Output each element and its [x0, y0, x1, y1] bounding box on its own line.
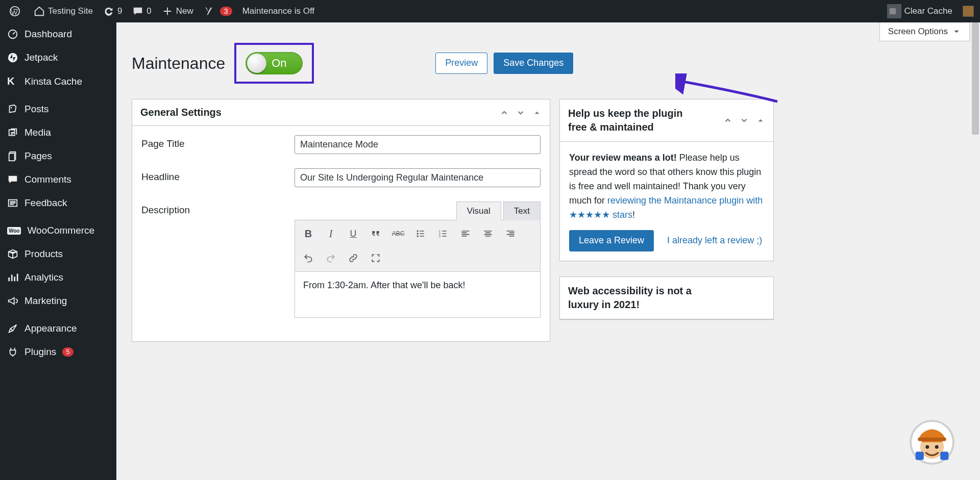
scrollbar[interactable] [971, 22, 980, 480]
ul-button[interactable] [410, 223, 431, 244]
sidebar-item-label: Pages [24, 150, 52, 162]
sidebar-item-media[interactable]: Media [0, 121, 116, 144]
panel-title: Web accessibility is not a luxury in 202… [568, 284, 701, 312]
sidebar-item-comments[interactable]: Comments [0, 168, 116, 191]
underline-button[interactable]: U [343, 223, 363, 244]
strikethrough-button[interactable]: ABC [388, 223, 408, 244]
maintenance-status-link[interactable]: Maintenance is Off [237, 0, 320, 22]
svg-rect-20 [940, 452, 948, 460]
svg-point-17 [925, 445, 929, 449]
sidebar-item-feedback[interactable]: Feedback [0, 191, 116, 215]
woo-icon: Woo [7, 227, 21, 235]
save-changes-button[interactable]: Save Changes [494, 53, 573, 74]
sidebar-item-woocommerce[interactable]: Woo WooCommerce [0, 219, 116, 242]
sidebar-separator [0, 313, 116, 317]
avatar [963, 6, 974, 17]
headline-input[interactable] [295, 168, 541, 187]
sidebar-item-posts[interactable]: Posts [0, 97, 116, 121]
preview-button[interactable]: Preview [435, 53, 487, 74]
align-right-button[interactable] [500, 223, 521, 244]
leave-review-button[interactable]: Leave a Review [569, 230, 654, 251]
panel-title: Help us keep the plugin free & maintaine… [568, 107, 701, 134]
new-label: New [176, 6, 193, 16]
quote-button[interactable] [365, 223, 386, 244]
sidebar-item-label: Jetpack [24, 52, 58, 63]
sidebar-item-label: Dashboard [24, 29, 72, 40]
link-button[interactable] [343, 248, 363, 268]
bold-button[interactable]: B [298, 223, 318, 244]
sidebar-item-dashboard[interactable]: Dashboard [0, 22, 116, 46]
user-menu[interactable] [958, 0, 976, 22]
caret-up-icon[interactable] [532, 108, 542, 117]
sidebar-item-appearance[interactable]: Appearance [0, 317, 116, 340]
site-link[interactable]: Testing Site [29, 0, 98, 22]
chevron-up-icon[interactable] [500, 108, 509, 117]
sidebar-item-kinsta-cache[interactable]: K Kinsta Cache [0, 69, 116, 93]
svg-point-4 [11, 107, 12, 109]
svg-point-11 [417, 235, 419, 237]
visual-tab[interactable]: Visual [456, 201, 501, 220]
new-content-link[interactable]: New [157, 0, 199, 22]
sidebar-item-analytics[interactable]: Analytics [0, 266, 116, 289]
sidebar-item-label: Analytics [24, 272, 63, 283]
text-tab[interactable]: Text [503, 201, 541, 220]
sidebar-item-label: Plugins [24, 346, 56, 358]
review-panel: Help us keep the plugin free & maintaine… [559, 99, 774, 261]
updates-count: 9 [117, 6, 122, 16]
fullscreen-button[interactable] [365, 248, 386, 268]
sidebar-separator [0, 215, 116, 219]
svg-text:3: 3 [439, 235, 440, 238]
undo-button[interactable] [298, 248, 318, 268]
chevron-down-icon[interactable] [740, 116, 749, 125]
sidebar-item-label: Feedback [24, 197, 67, 209]
page-title-label: Page Title [141, 135, 284, 149]
description-editor[interactable]: From 1:30-2am. After that we'll be back! [295, 272, 541, 318]
sidebar-item-label: Posts [24, 104, 49, 115]
yoast-count: 3 [220, 7, 232, 16]
screen-options-label: Screen Options [888, 27, 948, 37]
sidebar-item-marketing[interactable]: Marketing [0, 289, 116, 313]
site-name: Testing Site [48, 6, 93, 16]
align-center-button[interactable] [478, 223, 498, 244]
page-title: Maintenance [132, 54, 225, 73]
headline-label: Headline [141, 168, 284, 183]
wp-logo[interactable] [4, 0, 29, 22]
sidebar-item-pages[interactable]: Pages [0, 144, 116, 168]
sidebar-item-label: Marketing [24, 295, 67, 307]
sidebar-item-label: Appearance [24, 323, 77, 334]
chevron-up-icon[interactable] [723, 116, 732, 125]
svg-rect-7 [9, 154, 15, 161]
sidebar-item-products[interactable]: Products [0, 242, 116, 266]
align-left-button[interactable] [455, 223, 476, 244]
toggle-knob [247, 54, 266, 73]
plugins-update-badge: 5 [62, 347, 73, 357]
sidebar-item-plugins[interactable]: Plugins 5 [0, 340, 116, 364]
italic-button[interactable]: I [321, 223, 341, 244]
sidebar-item-label: Comments [24, 174, 71, 185]
svg-rect-16 [918, 438, 946, 441]
already-reviewed-link[interactable]: I already left a review ;) [667, 235, 762, 246]
clear-cache-link[interactable]: Clear Cache [882, 0, 958, 22]
svg-point-10 [417, 233, 419, 234]
yoast-link[interactable]: 3 [199, 0, 237, 22]
scrollbar-thumb[interactable] [972, 22, 979, 135]
svg-point-9 [417, 230, 419, 232]
comments-count: 0 [146, 6, 151, 16]
comments-link[interactable]: 0 [127, 0, 156, 22]
sidebar-item-label: Products [24, 248, 63, 260]
caret-up-icon[interactable] [756, 116, 765, 125]
updates-link[interactable]: 9 [98, 0, 127, 22]
redo-button[interactable] [321, 248, 341, 268]
ol-button[interactable]: 123 [433, 223, 453, 244]
kinsta-icon: K [7, 75, 18, 87]
caret-down-icon [952, 27, 961, 36]
sidebar-item-jetpack[interactable]: Jetpack [0, 46, 116, 69]
chevron-down-icon[interactable] [516, 108, 525, 117]
screen-options-toggle[interactable]: Screen Options [879, 22, 970, 41]
sidebar-item-label: WooCommerce [27, 225, 94, 236]
description-content: From 1:30-2am. After that we'll be back! [303, 280, 465, 290]
panel-title: General Settings [140, 107, 222, 118]
maintenance-toggle[interactable]: On [246, 52, 303, 74]
page-title-input[interactable] [295, 135, 541, 154]
mascot-button[interactable] [910, 420, 954, 465]
